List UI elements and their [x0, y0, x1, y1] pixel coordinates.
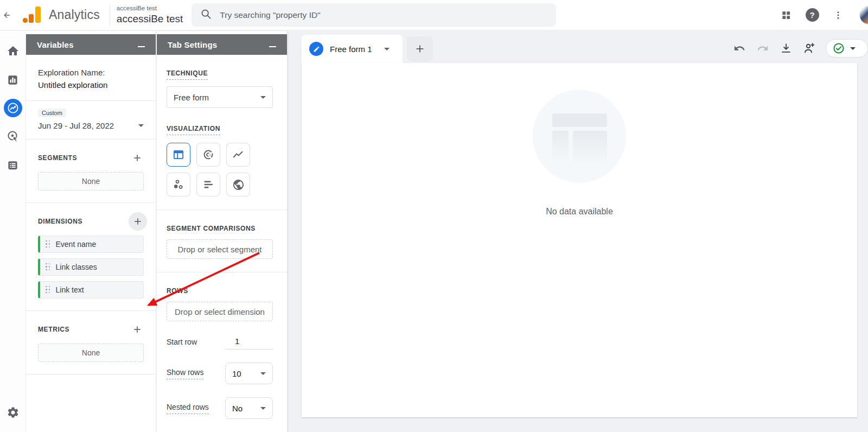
help-icon[interactable]: ? [805, 8, 819, 22]
variables-panel-header: Variables [26, 34, 156, 55]
nav-advertising-icon[interactable] [6, 129, 20, 143]
start-row-label: Start row [167, 338, 197, 346]
date-range-value: Jun 29 - Jul 28, 2022 [38, 121, 114, 130]
brand-title: Analytics [49, 8, 100, 22]
more-vert-icon[interactable] [831, 8, 845, 22]
metrics-label: METRICS [38, 326, 69, 333]
header-divider [110, 5, 110, 26]
avatar[interactable] [859, 6, 868, 24]
canvas-toolbar [732, 39, 868, 58]
dimension-chip-label: Link text [56, 285, 84, 294]
dimension-chip[interactable]: Event name [38, 236, 144, 253]
viz-table-icon[interactable] [167, 143, 190, 167]
visualization-label: VISUALIZATION [167, 125, 220, 135]
search-icon [200, 8, 212, 22]
chevron-down-icon [384, 48, 390, 50]
dimension-chip-label: Link classes [56, 263, 97, 271]
show-rows-label: Show rows [167, 368, 203, 379]
divider [26, 374, 156, 374]
empty-state-illustration [533, 90, 626, 183]
chevron-down-icon [260, 407, 266, 410]
dimension-chip[interactable]: Link text [38, 281, 144, 298]
visualization-options [167, 143, 273, 196]
download-icon[interactable] [779, 41, 793, 55]
rows-drop-zone[interactable]: Drop or select dimension [167, 302, 273, 321]
save-status-button[interactable] [826, 39, 868, 58]
technique-label: TECHNIQUE [167, 69, 208, 80]
undo-icon[interactable] [732, 41, 746, 55]
dimension-chip[interactable]: Link classes [38, 258, 144, 276]
add-metric-button[interactable] [131, 323, 144, 336]
header-actions: ? [779, 6, 868, 24]
redo-icon[interactable] [756, 41, 770, 55]
minimize-icon[interactable] [269, 46, 276, 48]
segment-drop-zone[interactable]: Drop or select segment [167, 239, 273, 259]
exploration-name-value[interactable]: Untitled exploration [38, 80, 144, 90]
show-rows-value: 10 [232, 369, 241, 378]
nested-rows-label: Nested rows [167, 403, 209, 414]
segment-comparisons-label: SEGMENT COMPARISONS [167, 225, 256, 232]
tab-settings-panel-header: Tab Settings [157, 34, 287, 55]
show-rows-select[interactable]: 10 [225, 363, 273, 384]
add-tab-button[interactable] [407, 36, 433, 61]
viz-line-chart-icon[interactable] [226, 143, 250, 167]
viz-donut-icon[interactable] [196, 143, 220, 167]
technique-value: Free form [174, 93, 209, 102]
chevron-down-icon [850, 47, 856, 50]
metrics-empty-box[interactable]: None [38, 344, 144, 362]
nav-reports-icon[interactable] [6, 73, 20, 87]
tab-label: Free form 1 [330, 45, 372, 54]
nested-rows-value: No [232, 404, 242, 413]
variables-panel: Variables Exploration Name: Untitled exp… [26, 31, 156, 432]
technique-select[interactable]: Free form [167, 86, 273, 108]
tab-settings-panel: Tab Settings TECHNIQUE Free form VISUALI… [157, 31, 287, 432]
divider [157, 272, 287, 272]
start-row-input[interactable]: 1 [225, 334, 273, 350]
share-users-icon[interactable] [802, 41, 816, 55]
exploration-canvas: Free form 1 [302, 35, 857, 417]
divider [26, 202, 156, 203]
search-bar[interactable] [192, 3, 556, 27]
segments-empty-box[interactable]: None [38, 172, 144, 190]
back-arrow-icon[interactable] [0, 10, 14, 21]
minimize-icon[interactable] [138, 46, 145, 48]
nested-rows-select[interactable]: No [225, 397, 273, 419]
drag-handle-icon [46, 286, 51, 294]
nav-library-icon[interactable] [6, 158, 20, 172]
tab-free-form-1[interactable]: Free form 1 [302, 35, 403, 63]
app-header: Analytics accessiBe test accessiBe test … [0, 0, 868, 30]
analytics-logo-icon [22, 4, 41, 26]
viz-geo-map-icon[interactable] [226, 173, 250, 196]
nav-home-icon[interactable] [6, 44, 20, 58]
drag-handle-icon [46, 263, 51, 271]
search-input[interactable] [220, 10, 524, 20]
canvas-tab-strip: Free form 1 [302, 35, 857, 63]
account-switcher[interactable]: accessiBe test accessiBe test [117, 5, 183, 25]
divider [26, 310, 156, 311]
visualization-sheet: No data available [302, 63, 857, 417]
chevron-down-icon [260, 372, 266, 375]
empty-state: No data available [302, 90, 857, 217]
nav-explore-icon[interactable] [4, 99, 22, 117]
add-dimension-button[interactable] [129, 212, 147, 231]
date-badge: Custom [38, 109, 66, 117]
account-label: accessiBe test [117, 5, 183, 12]
viz-scatter-icon[interactable] [167, 173, 190, 196]
rows-label: ROWS [167, 287, 188, 295]
tab-settings-title: Tab Settings [168, 40, 217, 49]
segments-label: SEGMENTS [38, 154, 77, 162]
chevron-down-icon [138, 124, 144, 127]
divider [26, 139, 156, 139]
add-segment-button[interactable] [131, 151, 144, 164]
viz-bar-chart-icon[interactable] [196, 173, 220, 196]
variables-title: Variables [37, 40, 74, 49]
settings-gear-icon[interactable] [0, 406, 26, 419]
divider [157, 209, 287, 210]
edit-pencil-icon [309, 42, 323, 56]
grid-icon[interactable] [779, 8, 793, 22]
date-range-selector[interactable]: Jun 29 - Jul 28, 2022 [38, 121, 144, 139]
dimension-chip-label: Event name [56, 240, 97, 249]
check-circle-icon [833, 42, 845, 54]
drag-handle-icon [46, 240, 51, 249]
chevron-down-icon [260, 96, 266, 99]
